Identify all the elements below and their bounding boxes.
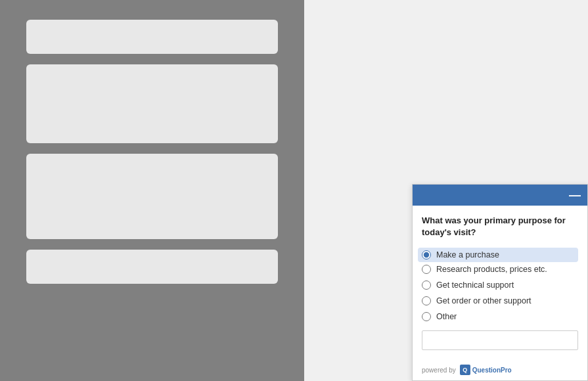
survey-widget: — What was your primary purpose for toda… <box>412 184 588 381</box>
placeholder-box-4 <box>26 250 278 284</box>
other-text-input[interactable] <box>422 330 578 350</box>
survey-header: — <box>413 185 587 206</box>
survey-option-4[interactable]: Get order or other support <box>422 296 578 305</box>
radio-opt3[interactable] <box>422 280 431 290</box>
survey-option-3[interactable]: Get technical support <box>422 280 578 290</box>
right-panel: — What was your primary purpose for toda… <box>304 0 588 381</box>
placeholder-box-3 <box>26 154 278 239</box>
survey-option-5[interactable]: Other <box>422 312 578 321</box>
powered-by-text: powered by <box>422 367 456 374</box>
survey-body: What was your primary purpose for today'… <box>413 206 587 361</box>
option-label-1: Make a purchase <box>436 250 499 259</box>
survey-option-2[interactable]: Research products, prices etc. <box>422 265 578 274</box>
placeholder-box-2 <box>26 64 278 143</box>
radio-opt5[interactable] <box>422 312 431 321</box>
option-label-5: Other <box>436 312 457 321</box>
radio-opt4[interactable] <box>422 296 431 305</box>
option-label-4: Get order or other support <box>436 296 531 305</box>
radio-opt1[interactable] <box>422 250 431 259</box>
survey-question: What was your primary purpose for today'… <box>422 215 578 238</box>
qp-brand-name: QuestionPro <box>472 367 512 374</box>
minimize-button[interactable]: — <box>569 189 581 201</box>
questionpro-logo: Q QuestionPro <box>460 365 512 375</box>
option-label-2: Research products, prices etc. <box>436 265 547 274</box>
radio-opt2[interactable] <box>422 265 431 274</box>
survey-footer: powered by Q QuestionPro <box>413 361 587 380</box>
placeholder-box-1 <box>26 20 278 54</box>
option-label-3: Get technical support <box>436 280 514 290</box>
survey-option-1[interactable]: Make a purchase <box>418 248 578 262</box>
left-panel <box>0 0 304 381</box>
qp-icon: Q <box>460 365 470 375</box>
